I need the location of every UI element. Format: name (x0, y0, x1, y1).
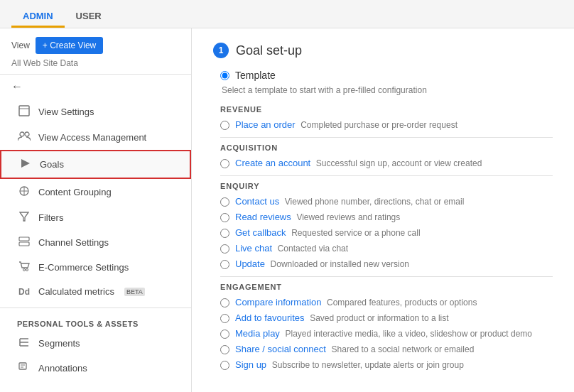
svg-marker-8 (20, 212, 28, 221)
sidebar-item-annotations[interactable]: Annotations (0, 356, 191, 381)
sidebar-item-label: Segments (38, 338, 80, 349)
option-text: Media play Played interactive media, lik… (235, 328, 532, 339)
option-desc: Successful sign up, account or view crea… (316, 158, 482, 168)
sidebar-item-label: View Access Management (38, 132, 146, 143)
acquisition-section-label: ACQUISITION (220, 143, 553, 152)
svg-rect-10 (19, 242, 29, 246)
svg-point-12 (26, 269, 28, 271)
option-text: Add to favourites Saved product or infor… (235, 312, 449, 323)
compare-info-radio[interactable] (220, 298, 229, 307)
read-reviews-radio[interactable] (220, 213, 229, 222)
tab-user[interactable]: USER (65, 5, 113, 28)
goal-setup-header: 1 Goal set-up (213, 43, 553, 58)
template-label: Template (235, 70, 276, 81)
option-name: Place an order (235, 119, 296, 130)
option-name: Sign up (235, 359, 266, 370)
sidebar-item-view-access-management[interactable]: View Access Management (0, 125, 191, 150)
option-row-add-favourites: Add to favourites Saved product or infor… (220, 312, 553, 323)
option-text: Create an account Successful sign up, ac… (235, 158, 482, 168)
section-divider (220, 137, 553, 138)
section-divider (220, 175, 553, 176)
option-text: Live chat Contacted via chat (235, 243, 348, 254)
option-name: Media play (235, 328, 280, 339)
option-row-media-play: Media play Played interactive media, lik… (220, 328, 553, 339)
view-settings-icon (17, 105, 31, 119)
contact-us-radio[interactable] (220, 197, 229, 207)
media-play-radio[interactable] (220, 330, 229, 339)
option-name: Update (235, 258, 265, 269)
option-text: Update Downloaded or installed new versi… (235, 258, 409, 269)
add-favourites-radio[interactable] (220, 314, 229, 323)
sidebar-item-label: View Settings (38, 107, 94, 117)
calculated-metrics-icon: Dd (17, 287, 31, 297)
option-desc: Compared features, products or options (327, 298, 477, 307)
update-radio[interactable] (220, 260, 229, 269)
option-desc: Subscribe to newsletter, update alerts o… (272, 360, 464, 370)
live-chat-radio[interactable] (220, 244, 229, 254)
svg-point-11 (23, 269, 26, 271)
template-section: Template Select a template to start with… (220, 70, 553, 370)
revenue-section-label: REVENUE (220, 105, 553, 114)
sidebar-item-channel-settings[interactable]: Channel Settings (0, 230, 191, 255)
main-layout: View + Create View All Web Site Data ← V… (0, 28, 574, 392)
template-radio[interactable] (220, 71, 229, 80)
content-grouping-icon (17, 185, 31, 199)
ecommerce-settings-icon (17, 261, 31, 273)
svg-marker-4 (21, 159, 30, 168)
option-desc: Saved product or information to a list (310, 313, 448, 323)
option-text: Get callback Requested service or a phon… (235, 227, 421, 238)
option-row-live-chat: Live chat Contacted via chat (220, 243, 553, 254)
sidebar-item-label: Goals (40, 159, 64, 170)
template-desc: Select a template to start with a pre-fi… (222, 85, 553, 95)
option-desc: Viewed phone number, directions, chat or… (285, 197, 465, 207)
site-name: All Web Site Data (0, 57, 191, 75)
sign-up-radio[interactable] (220, 361, 229, 370)
create-view-button[interactable]: + Create View (36, 37, 104, 54)
sidebar-item-view-settings[interactable]: View Settings (0, 99, 191, 125)
option-row-place-an-order: Place an order Completed purchase or pre… (220, 119, 553, 130)
option-text: Compare information Compared features, p… (235, 297, 477, 307)
sidebar-item-label: Annotations (38, 363, 87, 374)
sidebar-item-ecommerce-settings[interactable]: E-Commerce Settings (0, 255, 191, 280)
svg-rect-17 (19, 363, 26, 369)
sidebar-item-content-grouping[interactable]: Content Grouping (0, 179, 191, 205)
svg-point-2 (20, 132, 24, 136)
share-social-radio[interactable] (220, 345, 229, 354)
get-callback-radio[interactable] (220, 229, 229, 238)
tab-admin[interactable]: ADMIN (11, 5, 65, 28)
goals-icon (18, 158, 33, 171)
step-number: 1 (213, 43, 229, 58)
back-arrow-icon: ← (11, 80, 23, 93)
annotations-icon (17, 362, 31, 374)
option-text: Share / social connect Shared to a socia… (235, 344, 474, 354)
sidebar-item-label: Calculated metrics (38, 286, 114, 297)
sidebar-item-label: Content Grouping (38, 187, 112, 197)
main-content: 1 Goal set-up Template Select a template… (192, 28, 574, 392)
option-desc: Downloaded or installed new version (271, 259, 409, 269)
option-desc: Shared to a social network or emailed (332, 344, 475, 354)
option-text: Read reviews Viewed reviews and ratings (235, 212, 400, 222)
sidebar-item-filters[interactable]: Filters (0, 205, 191, 230)
option-row-share-social: Share / social connect Shared to a socia… (220, 344, 553, 354)
segments-icon (17, 337, 31, 349)
section-divider (220, 276, 553, 277)
option-name: Add to favourites (235, 312, 305, 323)
option-name: Compare information (235, 297, 321, 307)
option-name: Contact us (235, 196, 279, 207)
sidebar-item-label: Filters (38, 212, 63, 223)
goal-setup-title: Goal set-up (236, 43, 302, 58)
create-account-radio[interactable] (220, 159, 229, 168)
svg-rect-0 (19, 106, 29, 116)
option-name: Get callback (235, 227, 286, 238)
place-an-order-radio[interactable] (220, 121, 229, 130)
back-button[interactable]: ← (0, 75, 191, 99)
sidebar-item-goals[interactable]: Goals (0, 150, 191, 179)
sidebar-item-calculated-metrics[interactable]: Dd Calculated metrics BETA (0, 280, 191, 303)
option-desc: Completed purchase or pre-order request (300, 120, 457, 130)
sidebar-item-segments[interactable]: Segments (0, 331, 191, 356)
option-row-update: Update Downloaded or installed new versi… (220, 258, 553, 269)
sidebar-header: View + Create View (0, 28, 191, 57)
sidebar: View + Create View All Web Site Data ← V… (0, 28, 192, 392)
option-desc: Viewed reviews and ratings (296, 212, 400, 222)
enquiry-section-label: ENQUIRY (220, 182, 553, 190)
